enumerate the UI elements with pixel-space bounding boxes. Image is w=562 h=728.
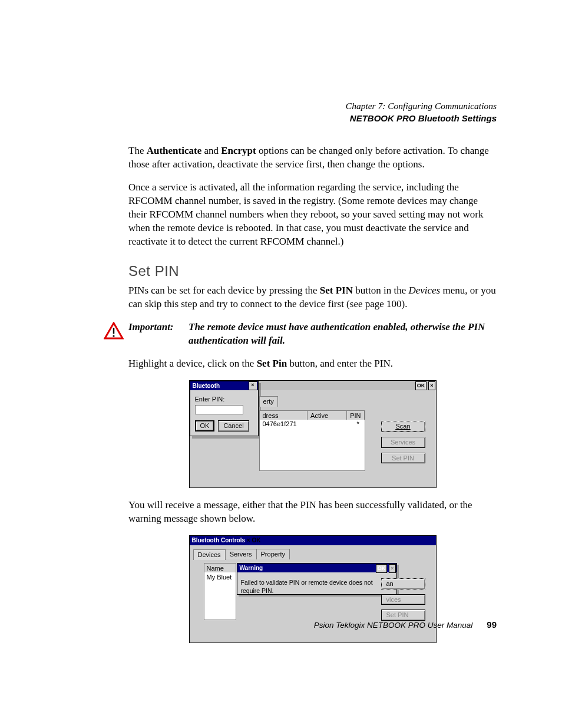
- scan-button-partial[interactable]: an: [381, 578, 425, 589]
- dialog-title: Bluetooth: [193, 381, 220, 390]
- cancel-button[interactable]: Cancel: [218, 420, 249, 431]
- window-close-icon[interactable]: ×: [428, 381, 435, 390]
- services-button[interactable]: Services: [381, 437, 425, 448]
- window-ok-button[interactable]: OK: [252, 537, 260, 543]
- tab-servers[interactable]: Servers: [225, 549, 257, 559]
- tab-devices[interactable]: Devices: [193, 549, 226, 560]
- svg-point-2: [113, 335, 114, 337]
- dialog-title: Warning: [240, 565, 263, 571]
- enter-pin-dialog: Bluetooth × Enter PIN: OK Cancel: [190, 381, 259, 436]
- set-pin-button[interactable]: Set PIN: [381, 453, 425, 464]
- table-row[interactable]: My Bluet: [204, 572, 236, 582]
- device-list[interactable]: My Bluet: [204, 572, 236, 620]
- enter-pin-label: Enter PIN:: [195, 396, 225, 403]
- close-icon[interactable]: ×: [249, 381, 257, 390]
- pin-input[interactable]: [195, 405, 243, 414]
- window-close-icon[interactable]: ×: [247, 537, 250, 543]
- column-address: dress: [260, 411, 308, 420]
- paragraph-pins-intro: PINs can be set for each device by press…: [128, 284, 497, 311]
- table-row[interactable]: 0476e1f271 *: [260, 420, 365, 428]
- important-note: Important: The remote device must have a…: [128, 321, 497, 348]
- page-footer: Psion Teklogix NETBOOK PRO User Manual99: [128, 619, 497, 631]
- close-icon: ×: [389, 564, 395, 573]
- paragraph-validation-result: You will receive a message, either that …: [128, 499, 497, 526]
- scan-button[interactable]: Scan: [381, 421, 425, 432]
- warning-dialog: Warning × OK Failed to validate PIN or r…: [237, 563, 397, 595]
- paragraph-authenticate-encrypt: The Authenticate and Encrypt options can…: [128, 144, 497, 172]
- column-pin: PIN: [347, 411, 364, 420]
- chapter-line: Chapter 7: Configuring Communications: [128, 100, 497, 113]
- services-button-partial[interactable]: vices: [381, 594, 425, 605]
- tab-property[interactable]: Property: [256, 549, 290, 559]
- window-ok-button[interactable]: OK: [415, 381, 427, 390]
- paragraph-rfcomm: Once a service is activated, all the inf…: [128, 181, 497, 249]
- window-title: Bluetooth Controls: [192, 537, 246, 543]
- warning-triangle-icon: [104, 322, 124, 340]
- screenshot-enter-pin: × OK Bluetooth × Enter PIN: OK Cancel er…: [189, 380, 437, 488]
- device-list[interactable]: 0476e1f271 *: [259, 420, 365, 471]
- warning-message: Failed to validate PIN or remote device …: [237, 572, 396, 601]
- heading-set-pin: Set PIN: [128, 262, 497, 281]
- tab-property-partial[interactable]: erty: [259, 396, 278, 407]
- ok-button[interactable]: OK: [195, 420, 215, 431]
- paragraph-highlight-device: Highlight a device, click on the Set Pin…: [128, 357, 497, 371]
- chapter-subtitle: NETBOOK PRO Bluetooth Settings: [128, 113, 497, 124]
- column-active: Active: [308, 411, 347, 420]
- dialog-ok-button[interactable]: OK: [376, 564, 388, 573]
